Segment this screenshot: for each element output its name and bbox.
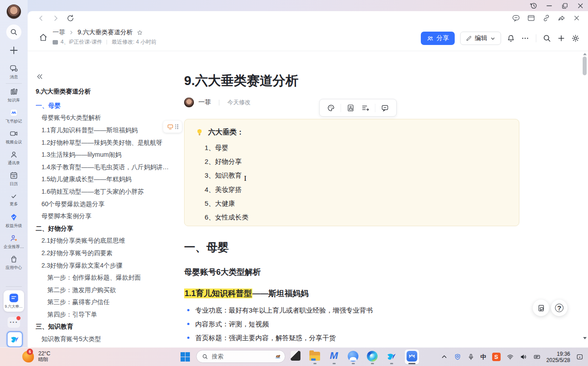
callout-block[interactable]: 六大垂类： 1、母婴 2、好物分享 3、知识教育I 4、美妆穿搭 5、大健康 6…	[184, 119, 519, 226]
outline-item[interactable]: 1.5幼儿健康成长型——年糕妈妈	[28, 174, 179, 186]
share-forward-icon[interactable]	[557, 14, 566, 22]
collapse-outline-icon[interactable]	[36, 73, 44, 81]
ime-indicator[interactable]: 中	[481, 353, 486, 361]
rail-item-contacts[interactable]: 通讯录	[0, 147, 28, 168]
breadcrumb-folder[interactable]: 4、iP正价课-课件	[61, 38, 102, 46]
outline-item[interactable]: 1.1育儿知识科普型——斯坦福妈妈	[28, 124, 179, 137]
rail-item-meetings[interactable]: 视频会议	[0, 126, 28, 147]
outline-item[interactable]: 母婴脚本案例分享	[28, 210, 179, 223]
user-avatar[interactable]	[7, 4, 21, 19]
input-device-icon[interactable]	[533, 353, 541, 361]
outline-list-icon[interactable]	[361, 104, 370, 112]
block-hover-controls[interactable]	[163, 121, 182, 133]
close-window-icon[interactable]	[576, 2, 584, 10]
outline-item[interactable]: 第三步：赢得客户信任	[28, 297, 179, 309]
outline-item[interactable]: 2.1好物分享类账号的底层思维	[28, 235, 179, 248]
callout-item[interactable]: 6、女性成长类	[205, 210, 508, 224]
doc-title[interactable]: 9.六大垂类赛道分析	[184, 73, 519, 89]
more-menu-icon[interactable]	[521, 34, 530, 43]
outline-item[interactable]: 60个母婴爆款选题分享	[28, 198, 179, 211]
copy-link-icon[interactable]	[542, 14, 551, 22]
app-icon-mail[interactable]: M	[328, 350, 340, 364]
rail-more-apps[interactable]: ···	[8, 317, 20, 328]
outline-item[interactable]: 母婴账号6大类型解析	[28, 112, 179, 125]
heading-1-1[interactable]: 1.1育儿知识科普型——斯坦福妈妈	[184, 288, 519, 299]
volume-icon[interactable]	[520, 353, 527, 361]
help-button[interactable]: ?	[551, 300, 567, 316]
search-doc-icon[interactable]	[543, 34, 551, 43]
home-icon[interactable]	[38, 33, 48, 42]
gear-icon[interactable]	[571, 34, 580, 43]
outline-item[interactable]: 三、知识教育	[28, 321, 179, 333]
rail-item-appcenter[interactable]: 应用中心	[0, 252, 28, 273]
minimize-icon[interactable]	[545, 2, 553, 10]
outline-item[interactable]: 第四步：引导下单	[28, 309, 179, 321]
outline-item[interactable]: 1.2好物种草型——辣妈美美好物、是航航呀	[28, 137, 179, 149]
outline-item[interactable]: 2.2好物分享账号的四要素	[28, 247, 179, 260]
bullet-item[interactable]: 内容形式：评测，短视频	[184, 317, 519, 331]
drag-handle-icon[interactable]	[175, 124, 179, 129]
security-shield-icon[interactable]	[454, 353, 461, 361]
author-name[interactable]: 一菲	[198, 98, 211, 106]
outline-item[interactable]: 1.3生活辣妈——lilymum闹妈	[28, 149, 179, 161]
rail-item-calendar[interactable]: 20 日历	[0, 168, 28, 189]
outline-item[interactable]: 2.3好物分享爆款文案4个步骤	[28, 260, 179, 272]
app-icon-feishu[interactable]	[386, 350, 397, 364]
history-icon[interactable]	[530, 2, 538, 10]
outline-item[interactable]: 第一步：创作爆款标题、爆款封面	[28, 272, 179, 284]
comment-bubble-icon[interactable]	[381, 104, 389, 112]
author-avatar[interactable]	[184, 98, 194, 107]
taskbar-search[interactable]: 搜索	[196, 350, 285, 363]
maximize-icon[interactable]	[561, 2, 569, 10]
rail-item-wiki[interactable]: 知识库	[0, 85, 28, 106]
heading-6-types[interactable]: 母婴账号6大类型解析	[184, 267, 519, 277]
create-new-button[interactable]	[8, 45, 19, 56]
sogou-input-icon[interactable]: S	[492, 353, 501, 361]
new-tab-icon[interactable]	[557, 34, 566, 43]
bullet-item[interactable]: 首页标题：强调主要内容，解答疑惑，分享干货	[184, 331, 519, 345]
bullet-item[interactable]: 专业功底：最好有3年以上育儿或者职业经验，增强专业背书	[184, 303, 519, 317]
start-button[interactable]	[181, 352, 190, 362]
callout-item[interactable]: 2、好物分享	[205, 155, 508, 168]
tray-expand-icon[interactable]	[440, 353, 448, 361]
app-icon-edge[interactable]	[366, 350, 378, 364]
rail-item-enterprise[interactable]: 企业推荐…	[0, 231, 28, 252]
taskbar-clock[interactable]: 19:36 2025/5/28	[547, 351, 570, 363]
wifi-icon[interactable]	[506, 353, 514, 361]
outline-item[interactable]: 一、母婴	[28, 100, 179, 112]
rail-active-doc[interactable]: 9.六大垂…	[4, 290, 24, 312]
rail-item-upgrade[interactable]: 权益升级	[0, 210, 28, 231]
outline-item[interactable]: 1.6萌娃互动型——老丁头家的小胖苏	[28, 186, 179, 198]
close-tab-icon[interactable]	[572, 14, 581, 22]
comments-icon[interactable]	[512, 14, 520, 22]
microphone-icon[interactable]	[467, 353, 475, 361]
vertical-scrollbar[interactable]	[582, 51, 588, 343]
outline-item[interactable]: 1.4亲子教育型——毛毛虫英语，八斤妈妈讲…	[28, 161, 179, 174]
callout-item[interactable]: 5、大健康	[205, 196, 508, 210]
app-icon-quark-browser[interactable]	[347, 350, 359, 364]
app-icon-task-widget[interactable]	[290, 350, 301, 364]
doc-feedback-button[interactable]	[533, 300, 549, 316]
global-search-button[interactable]	[6, 24, 21, 40]
callout-item[interactable]: 3、知识教育I	[205, 168, 508, 182]
callout-item[interactable]: 1、母婴	[205, 141, 508, 155]
edit-button[interactable]: 编辑	[460, 32, 501, 45]
app-icon-file-explorer[interactable]	[309, 350, 321, 364]
rail-item-minutes[interactable]: 飞书妙记	[0, 106, 28, 126]
refresh-icon[interactable]	[66, 14, 75, 23]
scroll-up-arrow[interactable]	[583, 53, 587, 55]
heading-muying[interactable]: 一、母婴	[184, 240, 519, 255]
rail-item-messages[interactable]: 消息	[0, 61, 28, 82]
scrollbar-thumb[interactable]	[583, 57, 587, 75]
outline-item[interactable]: 知识教育账号5大类型	[28, 333, 179, 343]
share-button[interactable]: 分享	[421, 32, 455, 45]
theme-palette-icon[interactable]	[327, 104, 335, 112]
scroll-down-arrow[interactable]	[583, 337, 587, 339]
star-icon[interactable]	[136, 29, 143, 36]
sidebar-panel-icon[interactable]	[527, 14, 535, 22]
doc-link-icon[interactable]	[346, 104, 355, 112]
search-highlight-otter-icon[interactable]	[275, 354, 281, 360]
bell-icon[interactable]	[506, 34, 515, 43]
outline-item[interactable]: 第二步：激发用户购买欲	[28, 284, 179, 297]
app-icon-active-doc-app[interactable]	[405, 350, 419, 364]
